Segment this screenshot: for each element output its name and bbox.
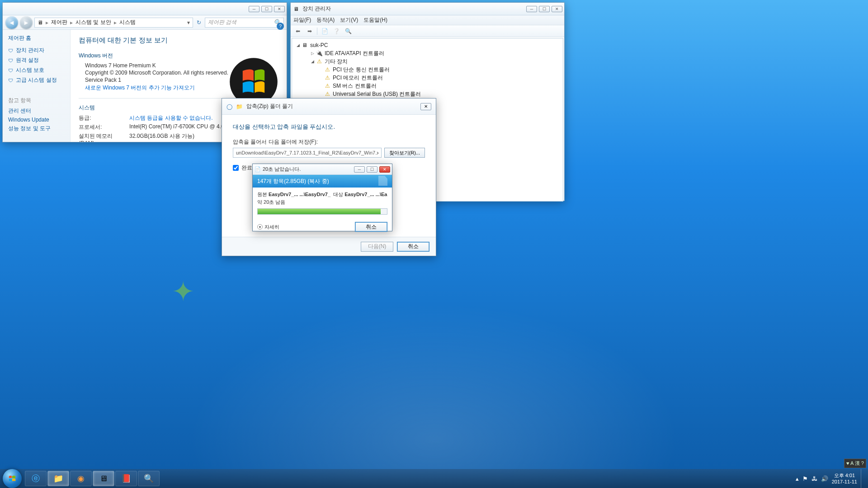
dm-titlebar[interactable]: 🖥 장치 관리자 ─ ☐ ✕ [291, 3, 564, 15]
taskbar-item-ie[interactable]: ⓔ [25, 471, 47, 486]
back-button[interactable]: ◄ [5, 16, 18, 29]
ext-footer: 다음(N) 취소 [222, 237, 436, 256]
taskbar-item-explorer[interactable]: 📁 [47, 471, 69, 486]
tb-scan[interactable]: 🔍 [344, 27, 353, 36]
search-placeholder: 제어판 검색 [208, 19, 236, 26]
tree-row[interactable]: ▷🔌IDE ATA/ATAPI 컨트롤러 [295, 49, 560, 57]
maximize-button[interactable]: ☐ [539, 6, 550, 12]
copy-headline-bar: 147개 항목(2.85GB) (복사 중) [253, 175, 392, 188]
breadcrumb-dropdown[interactable]: ▾ [187, 19, 190, 26]
chevron-right-icon: ▸ [70, 19, 73, 26]
cancel-button[interactable]: 취소 [355, 222, 387, 232]
refresh-button[interactable]: ↻ [195, 19, 203, 26]
minimize-button[interactable]: ─ [526, 6, 537, 12]
tb-properties[interactable]: 📄 [320, 27, 329, 36]
details-toggle[interactable]: ▾자세히 [257, 224, 279, 230]
warning-icon: ⚠ [324, 90, 331, 98]
cp-icon: 🖥 [99, 474, 108, 483]
close-button[interactable]: ✕ [420, 103, 431, 110]
sidebar-link-protection[interactable]: 🛡시스템 보호 [8, 66, 65, 74]
device-icon: 🔌 [316, 50, 323, 57]
chevron-down-icon: ▾ [257, 224, 263, 230]
taskbar-item-search[interactable]: 🔍 [138, 471, 160, 486]
ext-path-label: 압축을 풀어서 다음 폴더에 저장(F): [233, 138, 425, 146]
dm-toolbar: ⬅ ➡ 📄 ❔ 🔍 [291, 25, 564, 37]
tray-volume-icon[interactable]: 🔊 [821, 475, 828, 482]
cancel-button[interactable]: 취소 [397, 242, 429, 252]
tree-row[interactable]: ⚠PCI 단순 통신 컨트롤러 [295, 66, 560, 74]
device-manager-icon: 🖥 [292, 5, 300, 13]
taskbar-item-wmp[interactable]: ◉ [70, 471, 92, 486]
next-button[interactable]: 다음(N) [361, 242, 393, 252]
copy-anim-icon [378, 176, 387, 186]
clock[interactable]: 오후 4:01 2017-11-11 [832, 472, 857, 485]
help-icon[interactable]: ? [277, 23, 284, 30]
start-button[interactable] [3, 469, 22, 488]
tree-row[interactable]: ⚠Universal Serial Bus (USB) 컨트롤러 [295, 90, 560, 98]
tree-row[interactable]: ◢⚠기타 장치 [295, 57, 560, 66]
tree-twisty[interactable]: ▷ [309, 51, 316, 56]
tray-chevron-icon[interactable]: ▴ [796, 475, 799, 482]
taskbar-item-control-panel[interactable]: 🖥 [93, 471, 114, 486]
control-panel-home-link[interactable]: 제어판 홈 [8, 34, 65, 42]
tree-twisty[interactable]: ◢ [309, 59, 316, 64]
cp-titlebar[interactable]: ─ ☐ ✕ [3, 3, 287, 15]
tray-network-icon[interactable]: 🖧 [811, 475, 817, 482]
bc-item-0[interactable]: 제어판 [51, 19, 67, 26]
sidebar-link-remote[interactable]: 🛡원격 설정 [8, 56, 65, 64]
tb-help-icon[interactable]: ❔ [332, 27, 341, 36]
bc-item-1[interactable]: 시스템 및 보안 [75, 19, 111, 26]
kv-rating-val[interactable]: 시스템 등급을 사용할 수 없습니다. [129, 114, 213, 122]
breadcrumb[interactable]: 🖥 ▸ 제어판 ▸ 시스템 및 보안 ▸ 시스템 ▾ [34, 18, 193, 28]
tree-row[interactable]: ⚠SM 버스 컨트롤러 [295, 82, 560, 90]
ref-link-action-center[interactable]: 관리 센터 [8, 107, 65, 115]
tree-row[interactable]: ⚠PCI 메모리 컨트롤러 [295, 74, 560, 82]
ref-link-label: Windows Update [8, 117, 49, 123]
tree-root[interactable]: ◢🖥suk-PC [295, 41, 560, 49]
back-arrow-icon[interactable]: ◯ [226, 103, 232, 110]
dm-title: 장치 관리자 [302, 5, 526, 13]
menu-view[interactable]: 보기(V) [340, 16, 358, 24]
menu-help[interactable]: 도움말(H) [363, 16, 387, 24]
sidebar-link-device-manager[interactable]: 🛡장치 관리자 [8, 47, 65, 54]
taskbar-item-acrobat[interactable]: 📕 [115, 471, 137, 486]
checkbox-input[interactable] [233, 165, 239, 171]
sidebar-link-advanced[interactable]: 🛡고급 시스템 설정 [8, 76, 65, 84]
show-desktop-button[interactable] [861, 469, 865, 488]
ref-link-windows-update[interactable]: Windows Update [8, 117, 65, 123]
ext-titlebar[interactable]: ◯ 📁 압축(Zip) 폴더 풀기 ✕ [222, 99, 436, 115]
close-button[interactable]: ✕ [552, 6, 562, 12]
tree-label: 기타 장치 [325, 58, 348, 66]
bc-item-2[interactable]: 시스템 [119, 19, 136, 26]
details-label: 자세히 [264, 224, 279, 230]
system-tray: ▴ ⚑ 🖧 🔊 오후 4:01 2017-11-11 [792, 472, 861, 485]
progress-fill [258, 209, 381, 214]
kv-rating-key: 등급: [79, 114, 129, 122]
tree-label: Universal Serial Bus (USB) 컨트롤러 [333, 90, 421, 98]
sidebar-link-label: 고급 시스템 설정 [16, 76, 57, 84]
kv-proc-key: 프로세서: [79, 123, 129, 131]
forward-button[interactable]: ► [20, 16, 33, 29]
tray-flag-icon[interactable]: ⚑ [802, 475, 808, 482]
tb-forward[interactable]: ➡ [305, 27, 314, 36]
tb-back[interactable]: ⬅ [293, 27, 302, 36]
copy-titlebar[interactable]: 📄 20초 남았습니다. ─ ☐ ✕ [253, 164, 392, 175]
maximize-button[interactable]: ☐ [261, 6, 272, 12]
minimize-button[interactable]: ─ [354, 166, 365, 173]
minimize-button[interactable]: ─ [249, 6, 259, 12]
close-button[interactable]: ✕ [274, 6, 285, 12]
extract-path-input[interactable] [233, 148, 382, 158]
search-input[interactable]: 제어판 검색 🔍 [205, 18, 284, 28]
copy-remain: 약 20초 남음 [257, 199, 387, 206]
taskbar: ⓔ 📁 ◉ 🖥 📕 🔍 ▴ ⚑ 🖧 🔊 오후 4:01 2017-11-11 [0, 469, 868, 488]
maximize-button[interactable]: ☐ [367, 166, 377, 173]
shield-icon: 🛡 [8, 48, 13, 53]
ime-indicator[interactable]: ♥ A 漢 ? [844, 459, 866, 468]
browse-button[interactable]: 찾아보기(R)... [384, 148, 425, 158]
tree-label: IDE ATA/ATAPI 컨트롤러 [325, 50, 384, 57]
menu-file[interactable]: 파일(F) [293, 16, 311, 24]
close-button[interactable]: ✕ [379, 166, 390, 173]
menu-action[interactable]: 동작(A) [316, 16, 335, 24]
progress-bar [257, 208, 387, 215]
ref-link-perf[interactable]: 성능 정보 및 도구 [8, 125, 65, 132]
